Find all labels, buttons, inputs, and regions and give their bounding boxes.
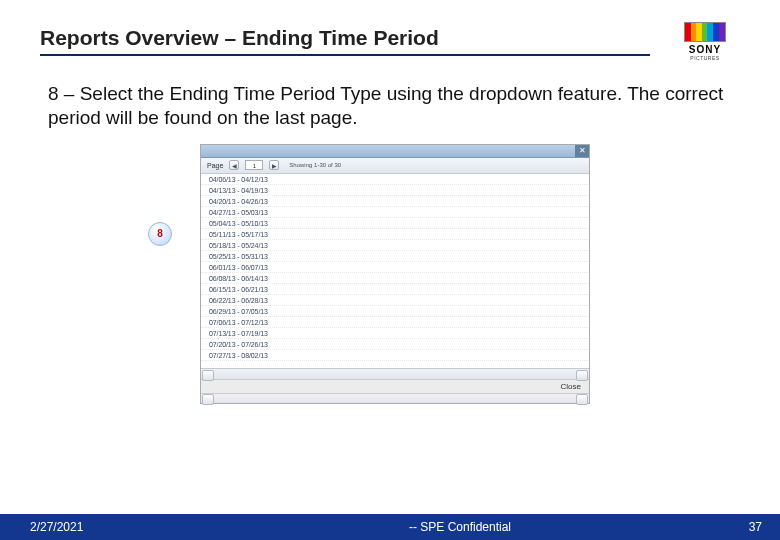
list-item[interactable]: 04/13/13 - 04/19/13 <box>201 185 589 196</box>
list-item[interactable]: 05/18/13 - 05/24/13 <box>201 240 589 251</box>
list-item[interactable]: 04/06/13 - 04/12/13 <box>201 174 589 185</box>
list-item[interactable]: 06/15/13 - 06/21/13 <box>201 284 589 295</box>
logo-stripes-icon <box>684 22 726 42</box>
list-item[interactable]: 07/27/13 - 08/02/13 <box>201 350 589 361</box>
footer-page-number: 37 <box>720 520 780 534</box>
slide-title: Reports Overview – Ending Time Period <box>40 26 650 56</box>
list-item[interactable]: 05/04/13 - 05/10/13 <box>201 218 589 229</box>
logo-brand: SONY <box>689 44 721 55</box>
page-number-input[interactable]: 1 <box>245 160 263 170</box>
close-icon[interactable]: ✕ <box>575 145 589 157</box>
list-item[interactable]: 07/20/13 - 07/26/13 <box>201 339 589 350</box>
list-item[interactable]: 04/20/13 - 04/26/13 <box>201 196 589 207</box>
period-list: 04/06/13 - 04/12/1304/13/13 - 04/19/1304… <box>201 174 589 368</box>
list-item[interactable]: 05/11/13 - 05/17/13 <box>201 229 589 240</box>
footer-confidential: -- SPE Confidential <box>200 520 720 534</box>
list-item[interactable]: 07/06/13 - 07/12/13 <box>201 317 589 328</box>
slide-footer-bar: 2/27/2021 -- SPE Confidential 37 <box>0 514 780 540</box>
list-item[interactable]: 07/13/13 - 07/19/13 <box>201 328 589 339</box>
list-item[interactable]: 06/08/13 - 06/14/13 <box>201 273 589 284</box>
popup-horizontal-scrollbar[interactable] <box>201 393 589 403</box>
sony-pictures-logo: SONY PICTURES <box>670 18 740 64</box>
list-item[interactable]: 04/27/13 - 05/03/13 <box>201 207 589 218</box>
list-item[interactable]: 05/25/13 - 05/31/13 <box>201 251 589 262</box>
footer-date: 2/27/2021 <box>0 520 200 534</box>
instruction-text: 8 – Select the Ending Time Period Type u… <box>0 70 780 130</box>
logo-division: PICTURES <box>690 55 719 61</box>
popup-close-link[interactable]: Close <box>561 382 581 391</box>
ending-time-period-popup: ✕ Page ◀ 1 ▶ Showing 1-30 of 30 04/06/13… <box>200 144 590 404</box>
popup-titlebar[interactable]: ✕ <box>201 145 589 158</box>
list-item[interactable]: 06/01/13 - 06/07/13 <box>201 262 589 273</box>
step-marker-8: 8 <box>148 222 172 246</box>
page-label: Page <box>207 162 223 169</box>
list-horizontal-scrollbar[interactable] <box>201 368 589 379</box>
list-item[interactable]: 06/29/13 - 07/05/13 <box>201 306 589 317</box>
next-page-button[interactable]: ▶ <box>269 160 279 170</box>
list-item[interactable]: 06/22/13 - 06/28/13 <box>201 295 589 306</box>
prev-page-button[interactable]: ◀ <box>229 160 239 170</box>
showing-range: Showing 1-30 of 30 <box>289 162 341 168</box>
popup-toolbar: Page ◀ 1 ▶ Showing 1-30 of 30 <box>201 158 589 174</box>
